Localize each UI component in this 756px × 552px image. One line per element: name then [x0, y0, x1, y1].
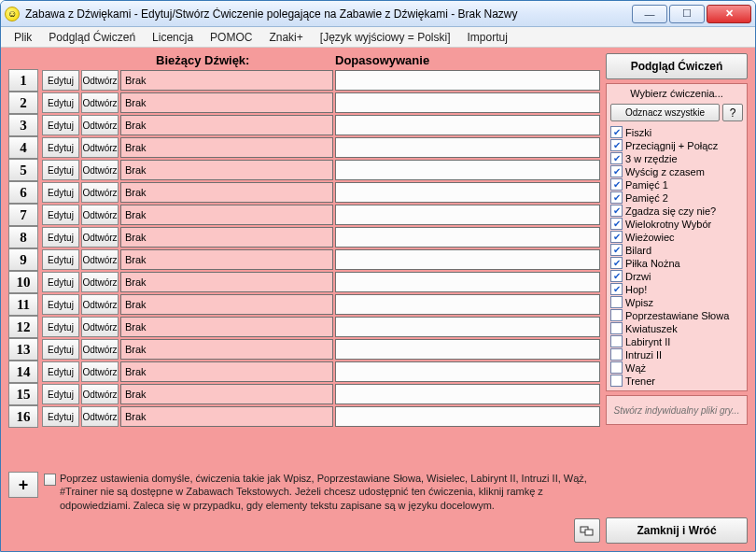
- exercise-item[interactable]: Pamięć 1: [610, 178, 743, 191]
- menu-item[interactable]: Importuj: [460, 28, 515, 47]
- current-sound-cell[interactable]: Brak: [120, 137, 333, 158]
- edit-button[interactable]: Edytuj: [42, 361, 79, 382]
- current-sound-cell[interactable]: Brak: [120, 70, 333, 91]
- matching-cell[interactable]: [335, 115, 600, 135]
- edit-button[interactable]: Edytuj: [42, 339, 79, 360]
- current-sound-cell[interactable]: Brak: [120, 384, 333, 404]
- maximize-button[interactable]: ☐: [669, 5, 705, 23]
- menu-item[interactable]: Licencja: [145, 28, 201, 47]
- exercise-checkbox[interactable]: [610, 309, 623, 321]
- edit-button[interactable]: Edytuj: [42, 384, 79, 404]
- play-button[interactable]: Odtwórz: [81, 361, 119, 382]
- matching-cell[interactable]: [335, 205, 600, 225]
- exercise-item[interactable]: Wąż: [610, 361, 743, 374]
- help-button[interactable]: ?: [722, 104, 743, 121]
- play-button[interactable]: Odtwórz: [81, 205, 119, 225]
- current-sound-cell[interactable]: Brak: [120, 160, 333, 180]
- exercise-item[interactable]: Zgadza się czy nie?: [610, 205, 743, 217]
- edit-button[interactable]: Edytuj: [42, 294, 79, 315]
- add-row-button[interactable]: +: [8, 472, 38, 498]
- matching-cell[interactable]: [335, 272, 600, 292]
- play-button[interactable]: Odtwórz: [81, 384, 119, 404]
- current-sound-cell[interactable]: Brak: [120, 182, 333, 203]
- exercise-checkbox[interactable]: [610, 205, 623, 217]
- play-button[interactable]: Odtwórz: [81, 227, 119, 248]
- current-sound-cell[interactable]: Brak: [120, 92, 333, 113]
- menu-item[interactable]: Znaki+: [261, 28, 310, 47]
- play-button[interactable]: Odtwórz: [81, 182, 119, 203]
- matching-cell[interactable]: [335, 339, 600, 360]
- edit-button[interactable]: Edytuj: [42, 317, 79, 337]
- exercise-checkbox[interactable]: [610, 296, 623, 308]
- current-sound-cell[interactable]: Brak: [120, 294, 333, 315]
- exercise-checkbox[interactable]: [610, 178, 623, 191]
- exercise-checkbox[interactable]: [610, 361, 623, 374]
- exercise-item[interactable]: Wielokrotny Wybór: [610, 218, 743, 230]
- play-button[interactable]: Odtwórz: [81, 272, 119, 292]
- exercise-item[interactable]: Hop!: [610, 283, 743, 295]
- exercise-checkbox[interactable]: [610, 139, 623, 151]
- matching-cell[interactable]: [335, 317, 600, 337]
- play-button[interactable]: Odtwórz: [81, 137, 119, 158]
- matching-cell[interactable]: [335, 227, 600, 248]
- exercise-item[interactable]: Wieżowiec: [610, 231, 743, 243]
- edit-button[interactable]: Edytuj: [42, 160, 79, 180]
- exercise-item[interactable]: Drzwi: [610, 270, 743, 282]
- current-sound-cell[interactable]: Brak: [120, 249, 333, 270]
- edit-button[interactable]: Edytuj: [42, 249, 79, 270]
- current-sound-cell[interactable]: Brak: [120, 317, 333, 337]
- exercise-checkbox[interactable]: [610, 231, 623, 243]
- matching-cell[interactable]: [335, 182, 600, 203]
- matching-cell[interactable]: [335, 160, 600, 180]
- edit-button[interactable]: Edytuj: [42, 205, 79, 225]
- matching-cell[interactable]: [335, 92, 600, 113]
- current-sound-cell[interactable]: Brak: [120, 272, 333, 292]
- edit-button[interactable]: Edytuj: [42, 92, 79, 113]
- play-button[interactable]: Odtwórz: [81, 249, 119, 270]
- matching-cell[interactable]: [335, 406, 600, 427]
- exercise-checkbox[interactable]: [610, 335, 623, 347]
- exercise-item[interactable]: Przeciągnij + Połącz: [610, 139, 743, 151]
- exercise-item[interactable]: Wpisz: [610, 296, 743, 308]
- exercise-checkbox[interactable]: [610, 270, 623, 282]
- current-sound-cell[interactable]: Brak: [120, 361, 333, 382]
- menu-item[interactable]: Podgląd Ćwiczeń: [41, 28, 143, 47]
- exercise-item[interactable]: Kwiatuszek: [610, 322, 743, 334]
- edit-button[interactable]: Edytuj: [42, 406, 79, 427]
- play-button[interactable]: Odtwórz: [81, 294, 119, 315]
- matching-cell[interactable]: [335, 294, 600, 315]
- exercise-checkbox[interactable]: [610, 218, 623, 230]
- exercise-checkbox[interactable]: [610, 126, 623, 138]
- exercise-item[interactable]: Poprzestawiane Słowa: [610, 309, 743, 321]
- exercise-item[interactable]: Pamięć 2: [610, 191, 743, 204]
- play-button[interactable]: Odtwórz: [81, 115, 119, 135]
- exercise-checkbox[interactable]: [610, 375, 623, 387]
- current-sound-cell[interactable]: Brak: [120, 227, 333, 248]
- matching-cell[interactable]: [335, 70, 600, 91]
- matching-cell[interactable]: [335, 384, 600, 404]
- edit-button[interactable]: Edytuj: [42, 182, 79, 203]
- menu-item[interactable]: [Język wyjściowy = Polski]: [313, 28, 458, 47]
- edit-button[interactable]: Edytuj: [42, 115, 79, 135]
- exercise-checkbox[interactable]: [610, 348, 623, 361]
- screen-settings-button[interactable]: [574, 518, 600, 543]
- matching-cell[interactable]: [335, 361, 600, 382]
- exercise-checkbox[interactable]: [610, 152, 623, 164]
- matching-cell[interactable]: [335, 249, 600, 270]
- exercise-checkbox[interactable]: [610, 283, 623, 295]
- preview-exercises-button[interactable]: Podgląd Ćwiczeń: [606, 53, 748, 79]
- play-button[interactable]: Odtwórz: [81, 317, 119, 337]
- exercise-checkbox[interactable]: [610, 244, 623, 256]
- current-sound-cell[interactable]: Brak: [120, 406, 333, 427]
- exercise-checkbox[interactable]: [610, 257, 623, 269]
- note-checkbox[interactable]: [44, 474, 56, 486]
- exercise-item[interactable]: Labirynt II: [610, 335, 743, 347]
- play-button[interactable]: Odtwórz: [81, 406, 119, 427]
- current-sound-cell[interactable]: Brak: [120, 115, 333, 135]
- play-button[interactable]: Odtwórz: [81, 160, 119, 180]
- exercise-item[interactable]: Fiszki: [610, 126, 743, 138]
- exercise-checkbox[interactable]: [610, 322, 623, 334]
- play-button[interactable]: Odtwórz: [81, 70, 119, 91]
- menu-item[interactable]: Plik: [7, 28, 39, 47]
- close-and-return-button[interactable]: Zamknij i Wróć: [606, 517, 748, 544]
